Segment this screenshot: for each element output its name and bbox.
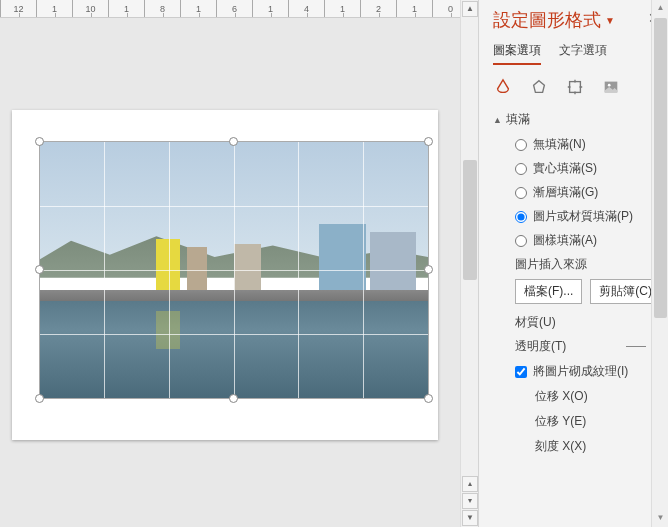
canvas-scrollbar[interactable]: ▲ ▴ ▾ ▼ bbox=[460, 0, 478, 527]
panel-scroll-up-icon[interactable]: ▲ bbox=[653, 1, 668, 16]
transparency-slider[interactable] bbox=[626, 346, 646, 347]
resize-handle-ne[interactable] bbox=[424, 137, 433, 146]
fill-line-icon[interactable] bbox=[493, 77, 513, 97]
panel-scroll-thumb[interactable] bbox=[654, 18, 667, 318]
next-slide-icon[interactable]: ▾ bbox=[462, 493, 478, 509]
resize-handle-se[interactable] bbox=[424, 394, 433, 403]
horizontal-ruler: 12110181614121012141618110112 bbox=[0, 0, 460, 18]
resize-handle-s[interactable] bbox=[229, 394, 238, 403]
svg-marker-0 bbox=[534, 81, 545, 93]
scale-x-label: 刻度 X(X) bbox=[535, 438, 668, 455]
fill-pattern-radio[interactable]: 圖樣填滿(A) bbox=[515, 232, 668, 249]
canvas-area: 12110181614121012141618110112 ▲ ▴ ▾ ▼ bbox=[0, 0, 478, 527]
picture-fill bbox=[40, 142, 428, 398]
texture-label: 材質(U) bbox=[515, 314, 668, 331]
panel-title: 設定圖形格式▼ bbox=[493, 8, 668, 32]
svg-rect-1 bbox=[570, 82, 581, 93]
panel-scroll-down-icon[interactable]: ▼ bbox=[653, 511, 668, 526]
resize-handle-nw[interactable] bbox=[35, 137, 44, 146]
tab-text-options[interactable]: 文字選項 bbox=[559, 42, 607, 65]
resize-handle-sw[interactable] bbox=[35, 394, 44, 403]
resize-handle-n[interactable] bbox=[229, 137, 238, 146]
offset-y-label: 位移 Y(E) bbox=[535, 413, 668, 430]
panel-scrollbar[interactable]: ▲ ▼ bbox=[651, 0, 668, 527]
fill-none-radio[interactable]: 無填滿(N) bbox=[515, 136, 668, 153]
collapse-icon: ▲ bbox=[493, 115, 502, 125]
file-button[interactable]: 檔案(F)... bbox=[515, 279, 582, 304]
effects-icon[interactable] bbox=[529, 77, 549, 97]
tile-checkbox[interactable]: 將圖片砌成紋理(I) bbox=[515, 363, 668, 380]
svg-point-3 bbox=[608, 84, 611, 87]
fill-gradient-radio[interactable]: 漸層填滿(G) bbox=[515, 184, 668, 201]
offset-x-label: 位移 X(O) bbox=[535, 388, 668, 405]
transparency-label: 透明度(T) bbox=[515, 338, 618, 355]
selected-shape[interactable] bbox=[40, 142, 428, 398]
prev-slide-icon[interactable]: ▴ bbox=[462, 476, 478, 492]
scroll-thumb[interactable] bbox=[463, 160, 477, 280]
insert-from-label: 圖片插入來源 bbox=[515, 256, 668, 273]
resize-handle-e[interactable] bbox=[424, 265, 433, 274]
format-shape-panel: ✕ 設定圖形格式▼ 圖案選項 文字選項 ▲ 填滿 無填滿(N) 實心填滿(S) … bbox=[478, 0, 668, 527]
picture-icon[interactable] bbox=[601, 77, 621, 97]
chevron-down-icon[interactable]: ▼ bbox=[605, 15, 615, 26]
scroll-down-icon[interactable]: ▼ bbox=[462, 510, 478, 526]
size-properties-icon[interactable] bbox=[565, 77, 585, 97]
resize-handle-w[interactable] bbox=[35, 265, 44, 274]
fill-section-header[interactable]: ▲ 填滿 bbox=[493, 111, 668, 128]
fill-picture-radio[interactable]: 圖片或材質填滿(P) bbox=[515, 208, 668, 225]
scroll-up-icon[interactable]: ▲ bbox=[462, 1, 478, 17]
tab-shape-options[interactable]: 圖案選項 bbox=[493, 42, 541, 65]
fill-solid-radio[interactable]: 實心填滿(S) bbox=[515, 160, 668, 177]
